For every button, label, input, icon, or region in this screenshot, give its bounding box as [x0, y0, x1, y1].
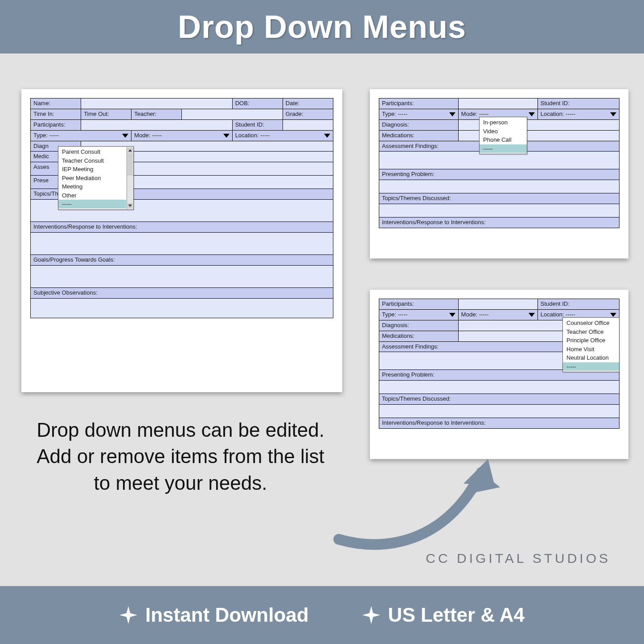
sparkle-icon — [362, 606, 380, 624]
value-mode: ----- — [479, 111, 489, 117]
location-option[interactable]: ----- — [563, 362, 619, 371]
label-time-out: Time Out: — [81, 109, 131, 119]
chevron-up-icon — [128, 149, 132, 152]
location-option[interactable]: Teacher Office — [563, 328, 619, 336]
location-option[interactable]: Neutral Location — [563, 353, 619, 362]
type-dropdown[interactable]: Type: ----- — [31, 130, 131, 141]
label-name: Name: — [31, 98, 81, 109]
label-type: Type: — [33, 132, 48, 139]
label-goals: Goals/Progress Towards Goals: — [31, 255, 333, 266]
field-participants[interactable] — [81, 119, 232, 130]
location-dropdown[interactable]: Location: ----- — [232, 130, 333, 141]
type-option[interactable]: Peer Mediation — [58, 174, 126, 183]
field-student-id[interactable] — [283, 119, 333, 130]
field-topics[interactable] — [379, 204, 619, 217]
label-type: Type: — [382, 311, 396, 318]
field-topics[interactable] — [379, 405, 619, 418]
location-option[interactable]: Counselor Office — [563, 319, 619, 328]
chevron-down-icon — [449, 112, 455, 116]
preview-panel-mode-dropdown: Participants: Student ID: Type: ----- Mo… — [370, 89, 628, 258]
label-student-id: Student ID: — [537, 299, 619, 310]
label-medications: Medications: — [379, 130, 459, 141]
scrollbar[interactable] — [127, 147, 133, 209]
type-option[interactable]: Parent Consult — [58, 148, 126, 156]
value-location: ----- — [260, 132, 270, 139]
mode-options-list[interactable]: In-person Video Phone Call ----- — [479, 117, 527, 154]
field-presenting[interactable] — [379, 180, 619, 193]
type-option[interactable]: IEP Meeting — [58, 165, 126, 174]
preview-panel-location-dropdown: Participants: Student ID: Type: ----- Mo… — [370, 290, 628, 459]
title-bar: Drop Down Menus — [0, 0, 644, 53]
label-mode: Mode: — [461, 111, 477, 117]
chevron-down-icon — [610, 112, 616, 116]
footer-bar: Instant Download US Letter & A4 — [0, 586, 644, 644]
label-time-in: Time In: — [31, 109, 81, 119]
value-mode: ----- — [479, 311, 489, 318]
label-date: Date: — [283, 98, 333, 109]
label-participants: Participants: — [379, 299, 459, 310]
location-option[interactable]: Home Visit — [563, 345, 619, 354]
field-participants[interactable] — [458, 98, 537, 109]
location-option[interactable]: Principle Office — [563, 336, 619, 345]
mode-option[interactable]: In-person — [480, 118, 527, 127]
field-presenting[interactable] — [379, 381, 619, 394]
field-teacher[interactable] — [182, 109, 283, 119]
label-student-id: Student ID: — [537, 98, 619, 109]
footer-paper-label: US Letter & A4 — [388, 604, 525, 626]
page-title: Drop Down Menus — [178, 8, 466, 45]
mode-option[interactable]: ----- — [480, 144, 527, 153]
mode-dropdown[interactable]: Mode: ----- — [131, 130, 232, 141]
label-medications: Medications: — [379, 331, 459, 341]
value-type: ----- — [398, 311, 407, 318]
chevron-down-icon — [449, 313, 455, 317]
sparkle-icon — [119, 606, 137, 624]
value-type: ----- — [49, 132, 59, 139]
type-option[interactable]: Other — [58, 191, 126, 200]
chevron-down-icon — [223, 134, 230, 138]
label-topics: Topics/Themes Discussed: — [379, 394, 619, 405]
type-dropdown[interactable]: Type: ----- — [379, 109, 459, 119]
label-participants: Participants: — [31, 119, 81, 130]
marketing-caption: Drop down menus can be edited. Add or re… — [33, 417, 328, 496]
scroll-up-button[interactable] — [127, 148, 133, 153]
field-subjective[interactable] — [31, 298, 333, 318]
label-location: Location: — [541, 311, 564, 318]
type-option[interactable]: Teacher Consult — [58, 156, 126, 165]
label-interventions: Interventions/Response to Interventions: — [31, 222, 333, 233]
field-name[interactable] — [81, 98, 232, 109]
label-student-id: Student ID: — [232, 119, 283, 130]
label-diagnosis: Diagnosis: — [379, 320, 459, 331]
field-participants[interactable] — [458, 299, 537, 310]
type-options-list[interactable]: Parent Consult Teacher Consult IEP Meeti… — [58, 146, 134, 210]
label-type: Type: — [382, 111, 396, 117]
label-interventions: Interventions/Response to Interventions: — [379, 418, 619, 429]
svg-marker-1 — [464, 459, 495, 486]
scroll-down-button[interactable] — [127, 203, 133, 209]
field-goals[interactable] — [31, 266, 333, 288]
chevron-down-icon — [529, 112, 535, 116]
type-option[interactable]: Meeting — [58, 182, 126, 191]
location-dropdown[interactable]: Location: ----- — [537, 109, 619, 119]
label-presenting: Presenting Problem: — [379, 169, 619, 180]
mode-option[interactable]: Phone Call — [480, 135, 527, 144]
label-mode: Mode: — [461, 311, 477, 318]
chevron-down-icon — [324, 134, 330, 138]
label-dob: DOB: — [232, 98, 283, 109]
mode-option[interactable]: Video — [480, 127, 527, 136]
value-location: ----- — [566, 111, 575, 117]
preview-panel-type-dropdown: Name: DOB: Date: Time In: Time Out: Teac… — [21, 89, 342, 392]
location-options-list[interactable]: Counselor Office Teacher Office Principl… — [562, 317, 619, 372]
type-dropdown[interactable]: Type: ----- — [379, 309, 459, 320]
label-grade: Grade: — [283, 109, 333, 119]
mode-dropdown[interactable]: Mode: ----- — [458, 309, 537, 320]
content-area: Name: DOB: Date: Time In: Time Out: Teac… — [0, 53, 644, 586]
chevron-down-icon — [529, 313, 535, 317]
label-location: Location: — [235, 132, 259, 139]
label-diagnosis: Diagnosis: — [379, 119, 459, 130]
label-mode: Mode: — [134, 132, 150, 139]
type-option[interactable]: ----- — [58, 200, 126, 209]
footer-paper-size: US Letter & A4 — [362, 604, 525, 626]
field-interventions[interactable] — [31, 233, 333, 255]
scroll-thumb[interactable] — [127, 153, 133, 176]
scroll-track[interactable] — [127, 176, 133, 203]
